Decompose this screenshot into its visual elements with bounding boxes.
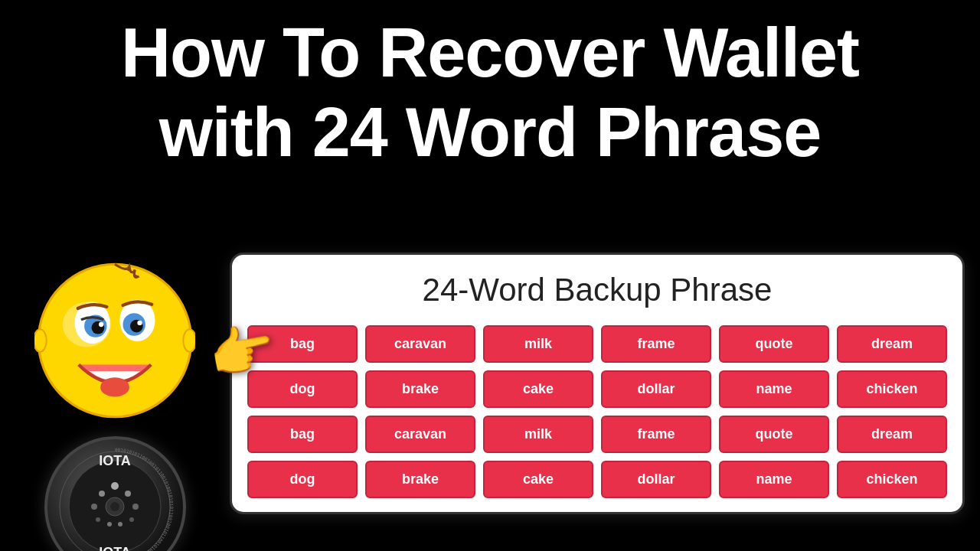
backup-phrase-card: 24-Word Backup Phrase bagcaravanmilkfram… <box>230 253 965 514</box>
word-btn-r0-c4[interactable]: quote <box>719 325 829 363</box>
left-icons: IOTA 001010101100100101100101001 <box>0 253 230 551</box>
title-area: How To Recover Wallet with 24 Word Phras… <box>0 0 980 180</box>
word-btn-r0-c3[interactable]: frame <box>601 325 711 363</box>
word-btn-r2-c1[interactable]: caravan <box>365 416 475 453</box>
svg-point-22 <box>107 522 112 527</box>
svg-point-23 <box>118 522 122 527</box>
word-btn-r3-c5[interactable]: chicken <box>837 461 947 498</box>
iota-bottom-label: IOTA <box>99 545 131 551</box>
pointing-arrow-icon: 👉 <box>204 315 280 388</box>
word-btn-r1-c4[interactable]: name <box>719 370 829 408</box>
svg-point-20 <box>96 517 100 522</box>
svg-point-15 <box>111 482 119 490</box>
word-btn-r3-c2[interactable]: cake <box>483 461 593 498</box>
card-heading: 24-Word Backup Phrase <box>423 272 773 308</box>
svg-point-11 <box>34 329 47 351</box>
word-btn-r2-c4[interactable]: quote <box>719 416 829 453</box>
word-btn-r2-c2[interactable]: milk <box>483 416 593 453</box>
word-btn-r2-c5[interactable]: dream <box>837 416 947 453</box>
word-btn-r1-c2[interactable]: cake <box>483 370 593 408</box>
word-btn-r3-c0[interactable]: dog <box>247 461 358 498</box>
bottom-area: IOTA 001010101100100101100101001 <box>0 253 980 551</box>
svg-point-8 <box>99 322 103 327</box>
svg-point-18 <box>91 504 97 510</box>
word-btn-r1-c5[interactable]: chicken <box>837 370 947 408</box>
word-btn-r3-c1[interactable]: brake <box>365 461 475 498</box>
svg-point-19 <box>132 504 139 510</box>
word-btn-r1-c3[interactable]: dollar <box>601 370 711 408</box>
svg-point-16 <box>99 491 105 497</box>
word-btn-r3-c4[interactable]: name <box>719 461 829 498</box>
svg-point-10 <box>100 377 129 396</box>
emoji-face <box>34 260 195 421</box>
word-btn-r2-c3[interactable]: frame <box>601 416 711 453</box>
svg-point-21 <box>129 517 134 522</box>
title-line1: How To Recover Wallet with 24 Word Phras… <box>15 14 965 172</box>
word-grid: bagcaravanmilkframequotedreamdogbrakecak… <box>247 325 947 498</box>
svg-point-12 <box>183 329 195 351</box>
word-btn-r3-c3[interactable]: dollar <box>601 461 711 498</box>
arrow-container: 👉 <box>208 320 275 383</box>
svg-point-9 <box>137 321 142 325</box>
iota-coin: IOTA 001010101100100101100101001 <box>44 436 186 551</box>
word-btn-r1-c1[interactable]: brake <box>365 370 475 408</box>
svg-point-25 <box>110 502 119 511</box>
iota-top-label: IOTA <box>99 453 131 469</box>
word-btn-r0-c2[interactable]: milk <box>483 325 593 363</box>
word-btn-r2-c0[interactable]: bag <box>247 416 358 453</box>
word-btn-r0-c5[interactable]: dream <box>837 325 947 363</box>
svg-point-17 <box>125 491 131 497</box>
word-btn-r0-c1[interactable]: caravan <box>365 325 475 363</box>
